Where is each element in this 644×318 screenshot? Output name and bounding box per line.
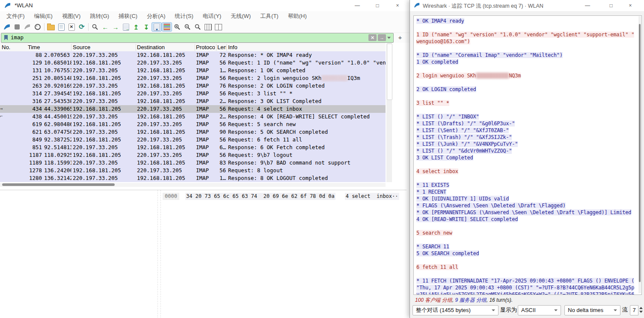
packet-row[interactable]: 851 92.514813 220.197.33.205 192.168.181… [0,144,386,151]
column-header-length[interactable]: Length [217,43,226,52]
column-header-source[interactable]: Source [73,43,133,52]
zoom-out-icon[interactable] [182,22,193,32]
capture-options-icon[interactable] [33,22,43,32]
conversation-range-select[interactable]: 整个对话 (1455 bytes) [413,305,499,315]
stream-scrollbar[interactable] [638,16,641,293]
detail-row[interactable]: >Line: 4 select inbox\r\n [0,236,157,244]
close-button[interactable]: × [391,0,404,11]
show-as-select[interactable]: ASCII [518,305,561,315]
column-separator[interactable] [71,44,71,51]
go-first-packet-icon[interactable]: ↥ [131,22,141,32]
display-filter-field[interactable]: ✕ → [1,33,394,43]
column-separator[interactable] [216,44,217,51]
column-separator[interactable] [195,44,195,51]
hscrollbar-thumb[interactable] [2,183,115,186]
packet-row[interactable]: → 434 44.339065 192.168.181.205 220.197.… [0,105,386,113]
filter-clear-button[interactable]: ✕ [368,34,377,41]
minimize-button[interactable]: — [351,0,364,11]
menu-item[interactable]: 跳转(G) [85,11,114,21]
column-header-time[interactable]: Time [28,43,68,52]
start-capture-icon[interactable] [2,22,12,32]
go-last-packet-icon[interactable]: ↧ [141,22,151,32]
zoom-reset-icon[interactable] [193,22,203,32]
display-filter-input[interactable] [11,34,285,41]
packet-row[interactable]: 619 62.980486 192.168.181.205 220.197.33… [0,121,386,128]
menu-item[interactable]: 捕获(C) [114,11,142,21]
reload-file-icon[interactable]: ⟳ [77,22,87,32]
details-pane-scrollbar[interactable] [157,190,162,318]
packet-row[interactable]: 1278 136.242002 192.168.181.205 220.197.… [0,167,386,174]
packet-row[interactable]: 1187 118.029257 192.168.181.205 220.197.… [0,151,386,159]
packet-row[interactable]: 263 20.920169 220.197.33.205 192.168.181… [0,82,386,90]
menu-item[interactable]: 帮助(H) [283,11,312,21]
column-header-no[interactable]: No. [2,43,24,52]
packet-row[interactable]: ⌐ 438 44.450019 220.197.33.205 192.168.1… [0,113,386,121]
menu-item[interactable]: 编辑(E) [30,11,57,21]
related-packet-marker [0,144,6,151]
vscrollbar-thumb[interactable] [387,44,392,100]
open-file-icon[interactable] [46,22,56,32]
go-back-icon[interactable]: ← [100,22,110,32]
go-forward-icon[interactable]: → [110,22,121,32]
filter-apply-button[interactable]: → [378,34,386,41]
delta-times-select[interactable]: No delta times [564,305,620,315]
stream-line: 5 search new [416,230,637,237]
filter-dropdown-caret[interactable] [387,37,391,39]
hex-ascii: 4 select inbox·· [345,193,399,200]
menu-item[interactable]: 无线(W) [226,11,255,21]
menu-item[interactable]: 视图(V) [57,11,85,21]
spinner-up-icon[interactable] [639,307,643,309]
restart-capture-icon[interactable] [22,22,33,32]
menu-item[interactable]: 文件(F) [2,11,30,21]
detail-row[interactable]: >Frame 434: 56 bytes on wire (448 bits),… [0,190,157,198]
column-header-protocol[interactable]: Protocol [196,43,215,52]
packet-row[interactable]: 849 92.387252 192.168.181.205 220.197.33… [0,136,386,144]
column-separator[interactable] [136,44,136,51]
packet-row[interactable]: 131 10.767551 220.197.33.205 192.168.181… [0,67,386,74]
resize-columns-icon[interactable] [203,22,213,32]
packet-list-vscrollbar[interactable] [386,43,392,182]
column-separator[interactable] [226,44,227,51]
go-to-packet-icon[interactable]: → [121,22,131,32]
zoom-in-icon[interactable] [172,22,182,32]
detail-row[interactable]: >[15 Reassembled TCP Segments (16 bytes)… [0,221,157,229]
packet-row[interactable]: 1189 118.159916 220.197.33.205 192.168.1… [0,159,386,167]
column-header-info[interactable]: Info [228,43,356,52]
dialog-minimize-button[interactable]: — [581,0,594,11]
packet-row[interactable]: 88 2.070563 220.197.33.205 192.168.181.2… [0,51,386,59]
packet-row[interactable]: 314 27.394545 192.168.181.205 220.197.33… [0,90,386,97]
packet-row[interactable]: 251 20.805148 192.168.181.205 220.197.33… [0,74,386,82]
find-packet-icon[interactable] [90,22,100,32]
packet-row[interactable]: 316 27.543538 220.197.33.205 192.168.181… [0,97,386,105]
menu-item[interactable]: 统计(S) [170,11,198,21]
detail-row[interactable]: >Internet Protocol Version 4, Src: 192.1… [0,206,157,213]
spinner-down-icon[interactable] [639,311,643,313]
column-header-destination[interactable]: Destination [137,43,192,52]
dialog-maximize-button[interactable]: □ [605,0,617,11]
packet-row[interactable]: 129 10.685018 192.168.181.205 220.197.33… [0,59,386,67]
stream-scrollbar-thumb[interactable] [639,24,641,282]
packet-row[interactable]: 621 63.074750 220.197.33.205 192.168.181… [0,128,386,136]
detail-row[interactable]: vInternet Message Access Protocol [0,229,157,236]
maximize-button[interactable]: □ [371,0,384,11]
stop-capture-icon[interactable] [12,22,22,32]
stream-number-spinner[interactable]: 7 [630,305,638,315]
filter-add-button[interactable]: + [395,33,405,42]
auto-scroll-icon[interactable]: ▼ [151,22,162,32]
detail-row[interactable]: >Transmission Control Protocol, Src Port… [0,213,157,221]
detail-row[interactable]: >Ethernet II, Src: Intel_a3:1d:7b (a0:e7… [0,198,157,206]
packet-row[interactable]: 1280 136.321423 220.197.33.205 192.168.1… [0,174,386,182]
save-file-icon[interactable] [56,22,66,32]
menu-item[interactable]: 分析(A) [142,11,170,21]
close-capture-icon[interactable]: ✕ [66,22,77,32]
menu-item[interactable]: 电话(Y) [198,11,226,21]
colorize-packets-icon[interactable] [162,22,172,32]
packet-list-hscrollbar[interactable] [0,183,386,187]
normal-size-icon[interactable] [213,22,223,32]
filter-bookmark-icon[interactable] [3,35,9,41]
menu-item[interactable]: 工具(T) [255,11,283,21]
hex-line[interactable]: 0000 34 20 73 65 6c 65 63 74 20 69 6e 62… [162,193,407,200]
packet-length: 56 [212,90,226,97]
dialog-close-button[interactable]: × [624,0,637,11]
stream-spinner-buttons[interactable] [638,305,643,315]
